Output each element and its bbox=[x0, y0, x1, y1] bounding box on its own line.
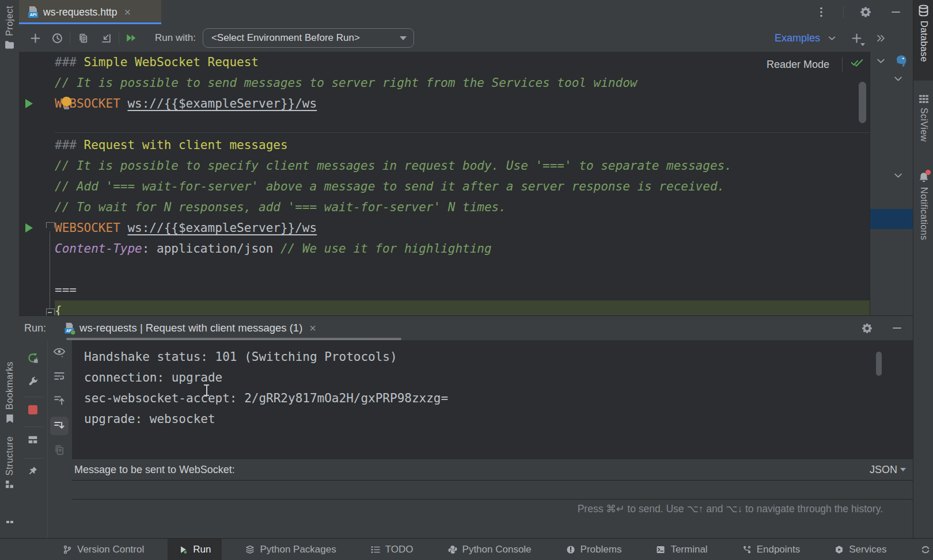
reader-mode-label[interactable]: Reader Mode bbox=[767, 58, 829, 71]
gear-icon[interactable] bbox=[858, 4, 874, 20]
code-line[interactable]: ### Simple WebSocket Request bbox=[55, 52, 870, 73]
sidebar-item-bookmarks[interactable]: Bookmarks bbox=[0, 361, 19, 424]
sidebar-item-more[interactable] bbox=[0, 520, 19, 527]
more-toolbar-icon[interactable] bbox=[873, 30, 889, 46]
notification-badge bbox=[926, 170, 931, 175]
environment-selector[interactable]: <Select Environment Before Run> bbox=[203, 28, 414, 48]
run-request-icon[interactable] bbox=[25, 99, 33, 108]
sidebar-item-project[interactable]: Project bbox=[0, 6, 19, 49]
run-console[interactable]: Handshake status: 101 (Switching Protoco… bbox=[72, 340, 913, 459]
chevron-down-icon[interactable] bbox=[877, 58, 885, 64]
add-request-icon[interactable] bbox=[27, 30, 43, 46]
code-line[interactable]: ### Request with client messages bbox=[55, 135, 870, 155]
right-tool-stripe: Database SciView Notifications bbox=[913, 0, 933, 538]
statusbar-item-label: Problems bbox=[581, 544, 622, 555]
sidebar-item-database[interactable]: Database bbox=[913, 5, 933, 62]
chevron-down-icon bbox=[400, 36, 407, 40]
run-all-requests-icon[interactable] bbox=[124, 30, 140, 46]
statusbar-item-terminal[interactable]: Terminal bbox=[645, 539, 718, 560]
fold-region-line bbox=[50, 233, 50, 315]
close-run-tab-icon[interactable]: × bbox=[309, 322, 316, 334]
tab-ws-requests[interactable]: API ws-requests.http × bbox=[19, 0, 161, 24]
database-icon bbox=[918, 5, 929, 17]
code-line[interactable]: // It is possible to specify client mess… bbox=[55, 155, 870, 176]
copy-disabled-icon[interactable] bbox=[53, 444, 66, 456]
statusbar-item-version-control[interactable]: Version Control bbox=[52, 539, 155, 560]
close-tab-icon[interactable]: × bbox=[124, 6, 131, 18]
chevron-down-icon[interactable] bbox=[894, 76, 902, 82]
editor-scrollbar[interactable] bbox=[859, 82, 866, 123]
intention-bulb-icon[interactable] bbox=[62, 97, 71, 106]
code-line[interactable]: // To wait for N responses, add '=== wai… bbox=[55, 197, 870, 218]
code-line[interactable]: { bbox=[55, 300, 870, 315]
statusbar-item-run[interactable]: Run bbox=[168, 539, 222, 560]
bookmarks-stripe-label: Bookmarks bbox=[5, 361, 15, 410]
editor[interactable]: ### Simple WebSocket Request// It is pos… bbox=[19, 52, 870, 315]
divider bbox=[47, 340, 48, 539]
selected-row[interactable] bbox=[870, 209, 913, 229]
import-log-icon[interactable] bbox=[98, 30, 114, 46]
websocket-message-input[interactable] bbox=[72, 481, 913, 499]
sidebar-item-structure[interactable]: Structure bbox=[0, 436, 19, 489]
preview-eye-icon[interactable] bbox=[53, 346, 66, 359]
code-line[interactable] bbox=[55, 114, 870, 135]
database-stripe-label: Database bbox=[919, 21, 929, 62]
sidebar-item-sciview[interactable]: SciView bbox=[913, 94, 933, 142]
wrench-icon[interactable] bbox=[26, 375, 39, 387]
kebab-menu-icon[interactable] bbox=[813, 4, 829, 20]
hide-panel-icon[interactable] bbox=[889, 320, 905, 336]
endpoints-icon bbox=[742, 545, 752, 554]
statusbar-item-endpoints[interactable]: Endpoints bbox=[731, 539, 811, 560]
fold-marker-icon[interactable] bbox=[46, 308, 55, 315]
terminal-icon bbox=[656, 545, 665, 554]
scroll-to-top-icon[interactable] bbox=[53, 394, 66, 407]
statusbar-item-jupy[interactable]: Jupy bbox=[910, 539, 933, 560]
todo-icon bbox=[371, 545, 380, 554]
message-label: Message to be sent to WebSocket: bbox=[74, 464, 235, 476]
divider bbox=[24, 426, 43, 427]
divider bbox=[119, 32, 119, 44]
code-line[interactable]: // Add '=== wait-for-server' above a mes… bbox=[55, 176, 870, 197]
examples-link[interactable]: Examples bbox=[775, 32, 820, 44]
layout-settings-icon[interactable] bbox=[26, 433, 39, 446]
code-line[interactable] bbox=[55, 259, 870, 280]
code-line[interactable]: WEBSOCKET ws://{{$exampleServer}}/ws bbox=[55, 218, 870, 238]
database-mini-panel[interactable] bbox=[870, 52, 913, 315]
statusbar-item-problems[interactable]: Problems bbox=[555, 539, 633, 560]
statusbar-item-python-packages[interactable]: Python Packages bbox=[234, 539, 347, 560]
add-icon[interactable] bbox=[848, 30, 864, 46]
code-line[interactable]: Content-Type: application/json // We use… bbox=[55, 238, 870, 259]
rerun-icon[interactable] bbox=[26, 352, 39, 364]
postgresql-icon[interactable] bbox=[894, 54, 908, 68]
scroll-to-end-icon[interactable] bbox=[50, 417, 69, 435]
code-line[interactable]: // It is possible to send messages to se… bbox=[55, 73, 870, 93]
pin-icon[interactable] bbox=[26, 464, 39, 477]
minimize-icon[interactable] bbox=[888, 4, 904, 20]
stop-icon[interactable] bbox=[26, 403, 39, 416]
console-line: sec-websocket-accept: 2/gRR2y817mOa2H/gx… bbox=[84, 388, 896, 409]
history-icon[interactable] bbox=[49, 30, 65, 46]
status-bar: Version ControlRunPython PackagesTODOPyt… bbox=[0, 538, 933, 560]
message-format-selector[interactable]: JSON bbox=[870, 464, 906, 476]
run-request-icon[interactable] bbox=[25, 223, 33, 233]
sidebar-item-notifications[interactable]: Notifications bbox=[913, 172, 933, 240]
soft-wrap-icon[interactable] bbox=[53, 370, 66, 383]
chevron-down-icon bbox=[828, 36, 836, 41]
gear-icon[interactable] bbox=[859, 320, 875, 336]
copy-icon[interactable] bbox=[75, 30, 91, 46]
code-line[interactable]: WEBSOCKET ws://{{$exampleServer}}/ws bbox=[55, 93, 870, 114]
code-line[interactable]: === bbox=[55, 280, 870, 300]
chevron-down-icon[interactable] bbox=[894, 173, 902, 178]
editor-code: ### Simple WebSocket Request// It is pos… bbox=[19, 52, 870, 315]
double-check-icon[interactable] bbox=[851, 58, 863, 67]
run-content-tab[interactable]: API ws-requests | Request with client me… bbox=[65, 322, 316, 334]
statusbar-item-python-console[interactable]: Python Console bbox=[437, 539, 543, 560]
branch-icon bbox=[63, 545, 72, 554]
run-panel-header: Run: API ws-requests | Request with clie… bbox=[19, 316, 913, 340]
statusbar-item-services[interactable]: Services bbox=[824, 539, 897, 560]
problems-icon bbox=[566, 545, 575, 554]
bell-icon bbox=[918, 172, 930, 183]
console-line: connection: upgrade bbox=[84, 367, 896, 388]
statusbar-item-todo[interactable]: TODO bbox=[360, 539, 424, 560]
divider bbox=[843, 6, 844, 18]
